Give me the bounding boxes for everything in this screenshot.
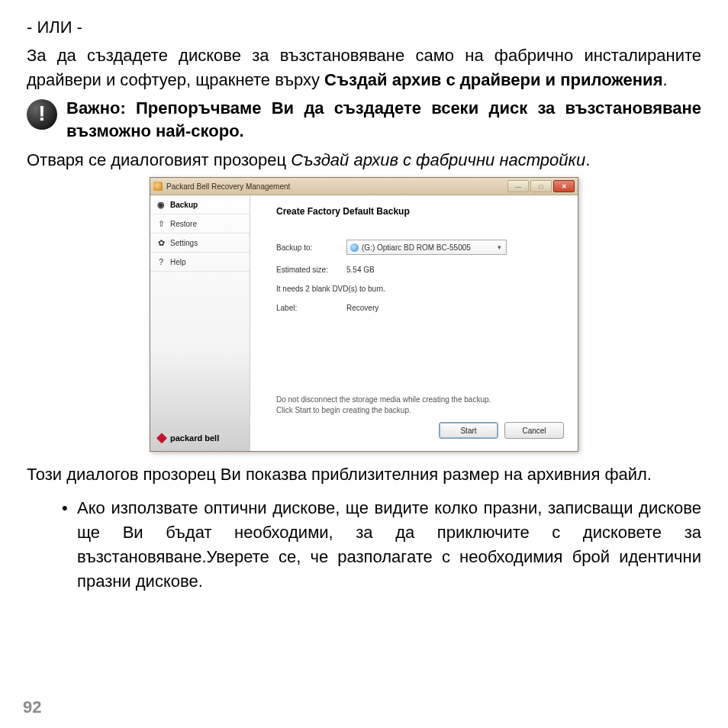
page-number: 92	[23, 697, 41, 717]
label-label: Label:	[276, 304, 346, 312]
sidebar-item-label: Restore	[170, 220, 197, 228]
sidebar-item-label: Help	[170, 258, 186, 266]
minimize-button[interactable]: —	[507, 180, 529, 192]
para1-text-c: .	[662, 70, 667, 89]
paragraph-2: Отваря се диалоговият прозорец Създай ар…	[27, 148, 701, 172]
brand-logo-icon	[156, 433, 167, 443]
close-icon: ✕	[562, 183, 567, 190]
footer-line2: Click Start to begin creating the backup…	[276, 405, 564, 416]
paragraph-1: За да създадете дискове за възстановяван…	[27, 43, 701, 92]
dvd-needed-hint: It needs 2 blank DVD(s) to burn.	[276, 285, 564, 293]
brand: packard bell	[150, 427, 250, 451]
drive-icon	[350, 243, 359, 252]
help-icon: ?	[156, 257, 166, 266]
exclamation-icon: !	[27, 99, 57, 130]
gear-icon: ✿	[156, 238, 166, 247]
dialog-content: Create Factory Default Backup Backup to:…	[250, 195, 578, 451]
cancel-button[interactable]: Cancel	[504, 422, 564, 439]
backup-to-dropdown[interactable]: (G:) Optiarc BD ROM BC-55005 ▾	[346, 240, 507, 255]
footer-line1: Do not disconnect the storage media whil…	[276, 395, 564, 405]
sidebar-item-help[interactable]: ? Help	[150, 253, 250, 272]
sidebar-item-settings[interactable]: ✿ Settings	[150, 234, 250, 253]
titlebar: Packard Bell Recovery Management — □ ✕	[150, 178, 578, 195]
sidebar-item-label: Backup	[170, 201, 198, 209]
bullet-1: Ако използвате оптични дискове, ще видит…	[62, 496, 701, 594]
app-icon	[153, 182, 163, 191]
paragraph-3: Този диалогов прозорец Ви показва прибли…	[27, 462, 701, 487]
maximize-button[interactable]: □	[530, 180, 552, 192]
sidebar-item-backup[interactable]: ◉ Backup	[150, 195, 250, 214]
estimated-size-label: Estimated size:	[276, 266, 346, 274]
chevron-down-icon: ▾	[494, 243, 504, 251]
estimated-size-value: 5.54 GB	[346, 266, 375, 274]
window-title: Packard Bell Recovery Management	[166, 182, 507, 191]
sidebar-item-label: Settings	[170, 239, 198, 247]
dialog-heading: Create Factory Default Backup	[276, 206, 564, 217]
restore-icon: ⇧	[156, 219, 166, 228]
important-note: ! Важно: Препоръчваме Ви да създадете вс…	[27, 97, 701, 144]
para1-bold: Създай архив с драйвери и приложения	[324, 70, 662, 89]
backup-to-label: Backup to:	[276, 243, 346, 252]
para2-text-c: .	[585, 150, 590, 169]
sidebar: ◉ Backup ⇧ Restore ✿ Settings ? Help	[150, 195, 250, 451]
minimize-icon: —	[515, 183, 521, 190]
important-text: Важно: Препоръчваме Ви да създадете всек…	[66, 97, 701, 144]
sidebar-item-restore[interactable]: ⇧ Restore	[150, 214, 250, 234]
brand-text: packard bell	[170, 433, 219, 443]
footer-instructions: Do not disconnect the storage media whil…	[276, 395, 564, 416]
disc-icon: ◉	[156, 200, 166, 209]
or-separator: - ИЛИ -	[27, 15, 701, 40]
close-button[interactable]: ✕	[553, 180, 575, 192]
para2-text-a: Отваря се диалоговият прозорец	[27, 150, 291, 169]
start-button[interactable]: Start	[439, 422, 498, 439]
backup-to-value: (G:) Optiarc BD ROM BC-55005	[362, 243, 471, 252]
label-value: Recovery	[346, 304, 378, 312]
para2-italic: Създай архив с фабрични настройки	[291, 150, 585, 169]
maximize-icon: □	[540, 183, 543, 190]
recovery-dialog: Packard Bell Recovery Management — □ ✕ ◉…	[150, 177, 578, 452]
